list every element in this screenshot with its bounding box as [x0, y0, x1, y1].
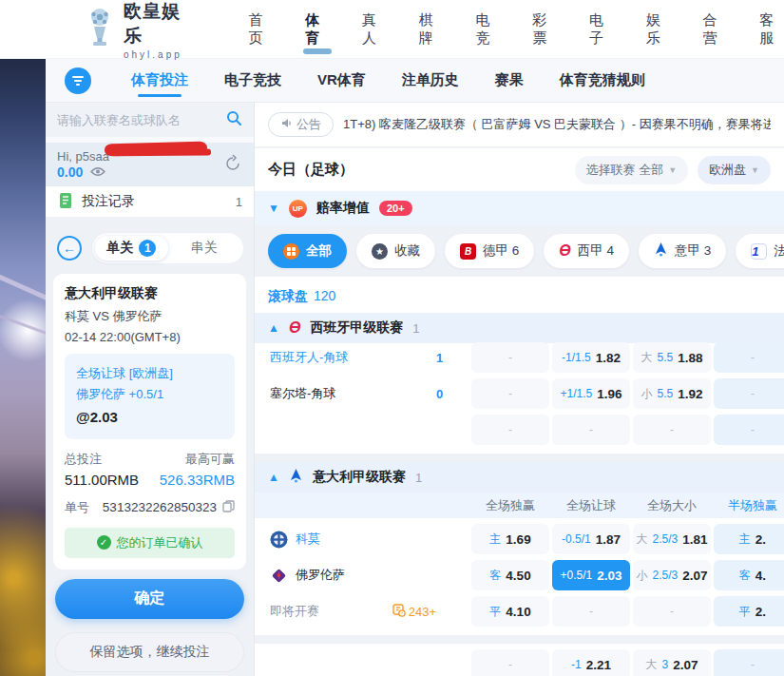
nav-entertainment[interactable]: 娱乐: [646, 0, 671, 58]
refresh-icon[interactable]: [223, 154, 242, 176]
max-win-label: 最高可赢: [150, 451, 236, 468]
odds-cell[interactable]: 主1.69: [471, 524, 549, 554]
eye-icon[interactable]: [90, 165, 105, 180]
nav-slots[interactable]: 电子: [589, 0, 614, 58]
nav-home[interactable]: 首页: [248, 0, 273, 58]
search-icon[interactable]: [226, 110, 242, 129]
section-league-name: 意大利甲级联赛: [313, 469, 406, 486]
team-name[interactable]: 西班牙人-角球: [270, 349, 436, 366]
odds-cell[interactable]: -: [633, 415, 711, 445]
tab-sports-betting[interactable]: 体育投注: [131, 59, 188, 102]
nav-esports[interactable]: 电竞: [475, 0, 500, 58]
odds-cell[interactable]: -: [714, 378, 784, 409]
chevron-up-icon[interactable]: ▲: [268, 321, 279, 335]
odds-cell[interactable]: -: [552, 415, 630, 445]
keep-selection-button[interactable]: 保留选项，继续投注: [55, 632, 244, 672]
live-betting-bar[interactable]: 滚球盘120: [255, 277, 784, 313]
odds-cell[interactable]: 大2.5/31.81: [633, 524, 711, 554]
seriea-icon: [654, 242, 668, 260]
tab-single-bet[interactable]: 单关 1: [95, 236, 168, 261]
bet-record-count: 1: [236, 195, 242, 209]
odds-cell[interactable]: 平4.10: [471, 596, 549, 627]
brand-logo[interactable]: 欧皇娱乐 ohyl.app: [84, 0, 191, 60]
filter-menu-icon[interactable]: [65, 68, 91, 94]
announcement-pill[interactable]: 公告: [268, 112, 334, 137]
pill-laliga[interactable]: Ɵ 西甲 4: [544, 234, 629, 268]
odds-cell[interactable]: 主2.: [714, 524, 784, 554]
more-markets-link[interactable]: 243+: [392, 604, 436, 620]
odds-cell[interactable]: 小2.5/32.07: [633, 560, 711, 590]
tab-results[interactable]: 赛果: [495, 59, 524, 102]
redaction-scribble: [105, 142, 207, 157]
nav-support[interactable]: 客服: [759, 0, 784, 58]
nav-affiliate[interactable]: 合营: [702, 0, 727, 58]
slip-time: 02-14 22:00(GMT+8): [65, 330, 235, 344]
odds-cell[interactable]: -: [714, 342, 784, 373]
odds-cell[interactable]: 平2.: [714, 596, 784, 627]
odds-cell[interactable]: 大5.51.88: [633, 342, 711, 373]
odds-cell[interactable]: +1/1.51.96: [552, 378, 630, 409]
odds-cell[interactable]: -12.21: [552, 649, 630, 676]
odds-cell[interactable]: -: [633, 596, 711, 627]
nav-cards[interactable]: 棋牌: [419, 0, 444, 58]
pill-bundesliga[interactable]: B 德甲 6: [445, 234, 534, 268]
tab-vr-sports[interactable]: VR体育: [317, 59, 366, 102]
chevron-down-icon: ▼: [751, 165, 759, 175]
chevron-down-icon[interactable]: ▼: [268, 202, 279, 215]
tab-parlay-bet[interactable]: 串关: [168, 236, 241, 261]
laliga-icon: Ɵ: [559, 242, 570, 260]
odds-cell[interactable]: -0.5/11.87: [552, 524, 630, 554]
odds-cell[interactable]: 客4.: [714, 560, 784, 590]
section-match-count: 1: [412, 321, 419, 336]
pill-favorites[interactable]: ★ 收藏: [356, 234, 435, 268]
odds-cell[interactable]: -: [714, 415, 784, 445]
odds-cell[interactable]: -: [552, 596, 630, 627]
ligue1-icon: 1: [751, 243, 767, 260]
odds-boost-row: ▼ UP 赔率增值 20+: [255, 191, 784, 225]
search-input[interactable]: [57, 113, 226, 127]
bet-record-row[interactable]: 投注记录 1: [46, 186, 254, 224]
team-score: 0: [436, 387, 468, 401]
copy-icon[interactable]: [222, 500, 235, 515]
tab-esports[interactable]: 电子竞技: [224, 59, 281, 102]
col-half-time-1x2[interactable]: 半场独赢: [714, 497, 784, 514]
pill-all-leagues[interactable]: 全部: [268, 234, 347, 268]
match-row: 塞尔塔-角球 0 - +1/1.51.96 小5.51.92 -: [255, 376, 784, 412]
confirm-button[interactable]: 确定: [55, 579, 244, 619]
section-header-seriea[interactable]: ▲ 意大利甲级联赛 1: [255, 462, 784, 493]
pill-seriea[interactable]: 意甲 3: [639, 234, 726, 268]
match-row: 佛罗伦萨 客4.50 +0.5/12.03 小2.5/32.07 客4.: [255, 557, 784, 593]
team-name[interactable]: 科莫: [270, 531, 436, 549]
single-bet-count-badge: 1: [139, 240, 156, 257]
nav-lottery[interactable]: 彩票: [532, 0, 557, 58]
nav-live-casino[interactable]: 真人: [362, 0, 387, 58]
odds-cell[interactable]: -: [471, 378, 549, 409]
league-filter-dropdown[interactable]: 选择联赛 全部▼: [575, 156, 689, 184]
odds-cell[interactable]: 客4.50: [471, 560, 549, 590]
team-name[interactable]: 佛罗伦萨: [270, 567, 436, 585]
nav-sports[interactable]: 体育: [305, 0, 330, 58]
odds-cell[interactable]: -1/1.51.82: [552, 342, 630, 373]
trophy-logo-icon: [84, 8, 116, 50]
pill-ligue1[interactable]: 1 法甲 3: [736, 234, 784, 268]
team-name[interactable]: 塞尔塔-角球: [270, 385, 436, 402]
slip-selection-box: 全场让球 [欧洲盘] 佛罗伦萨 +0.5/1 @2.03: [65, 354, 235, 439]
bet-record-label: 投注记录: [82, 193, 228, 210]
odds-cell[interactable]: -: [471, 342, 549, 373]
match-row: 即将开赛 243+ 平4.10 - - 平2.: [255, 593, 784, 629]
odds-type-dropdown[interactable]: 欧洲盘▼: [698, 156, 771, 184]
stadium-background-image: [0, 59, 46, 676]
laliga-rows: 西班牙人-角球 1 - -1/1.51.82 大5.51.88 - 塞尔塔-角球…: [255, 343, 784, 454]
odds-cell[interactable]: -: [471, 649, 549, 676]
odds-cell[interactable]: -: [471, 415, 549, 445]
fiorentina-badge-icon: [270, 567, 288, 585]
odds-cell[interactable]: 小5.51.92: [633, 378, 711, 409]
chevron-up-icon[interactable]: ▲: [268, 471, 279, 484]
odds-cell[interactable]: -: [714, 649, 784, 676]
tab-bet-history[interactable]: 注单历史: [402, 59, 459, 102]
back-arrow-icon[interactable]: ←: [57, 236, 82, 261]
league-filter-pills: 全部 ★ 收藏 B 德甲 6 Ɵ 西甲 4 意甲 3 1: [255, 225, 784, 277]
odds-cell[interactable]: 大32.07: [633, 649, 711, 676]
tab-betting-rules[interactable]: 体育竞猜规则: [560, 59, 645, 102]
odds-cell-selected[interactable]: +0.5/12.03: [552, 560, 630, 590]
